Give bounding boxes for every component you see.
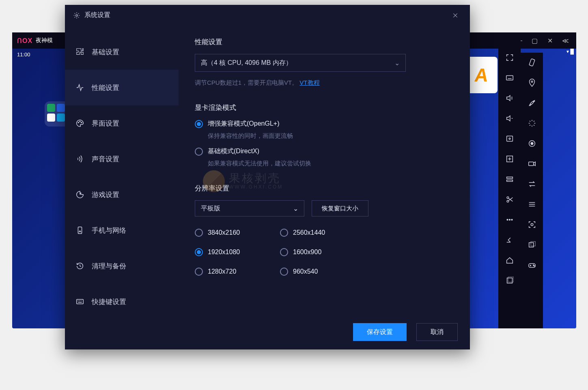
res-1600-radio[interactable] [280,248,288,256]
svg-rect-29 [78,227,82,234]
activity-icon [75,83,84,92]
restore-window-button[interactable]: 恢复窗口大小 [312,200,368,216]
close-window-icon[interactable]: ✕ [544,37,556,45]
clock-text: 11:00 [17,51,30,58]
sidebar-item-network[interactable]: 手机与网络 [65,212,179,248]
puzzle-icon [75,47,84,56]
svg-point-10 [511,219,513,221]
performance-heading: 性能设置 [195,37,454,47]
sidebar-item-cleanup[interactable]: 清理与备份 [65,248,179,284]
svg-point-2 [509,138,510,139]
svg-point-16 [531,142,533,145]
collapse-sidebar-icon[interactable]: ≪ [559,37,571,45]
location-icon[interactable] [527,78,537,88]
fullscreen-icon[interactable] [505,53,515,62]
svg-rect-13 [529,59,534,66]
nox-logo: ᑎOX [17,37,32,45]
sidebar-item-label: 性能设置 [92,83,119,92]
sidebar-item-label: 基础设置 [92,47,119,57]
sidebar-item-sound[interactable]: 声音设置 [65,141,179,177]
render-directx-radio[interactable] [195,148,203,156]
svg-point-14 [531,81,533,82]
vt-tutorial-link[interactable]: VT教程 [299,79,319,86]
res-1280-radio[interactable] [195,268,203,276]
res-3840-radio[interactable] [195,229,203,237]
sidebar-item-label: 快捷键设置 [92,297,126,306]
svg-rect-5 [506,180,513,182]
svg-point-25 [78,122,79,123]
res-1920-radio[interactable] [195,248,203,256]
render-directx-label: 基础模式(DirectX) [208,147,259,156]
res-option-label: 1280x720 [208,268,236,275]
recent-icon[interactable] [505,276,515,285]
swap-icon[interactable] [527,179,537,189]
settings-dialog: 系统设置 基础设置 性能设置 界面设置 声音设置 [65,5,470,349]
svg-point-18 [531,223,533,226]
sidebar-item-label: 清理与备份 [92,261,126,271]
settings-content: 性能设置 高（4 核 CPU, 4096 MB 内存） ⌄ 调节CPU数超过1，… [179,26,470,315]
sidebar-item-interface[interactable]: 界面设置 [65,105,179,141]
keyboard-shortcut-icon [75,297,84,306]
resolution-mode-select[interactable]: 平板版 ⌄ [195,200,304,216]
svg-rect-4 [506,177,513,179]
svg-rect-12 [508,277,513,282]
screenshot-icon[interactable] [505,134,515,144]
focus-icon[interactable] [527,220,537,229]
multi-window-icon[interactable] [527,240,537,250]
svg-point-26 [80,121,80,122]
svg-point-8 [507,219,508,221]
back-icon[interactable] [505,235,515,245]
gamepad-icon[interactable] [527,260,537,270]
res-option-label: 1920x1080 [208,249,240,256]
scissors-icon[interactable] [505,195,515,204]
history-icon [75,261,84,270]
sidebar-item-label: 游戏设置 [92,190,119,199]
performance-preset-select[interactable]: 高（4 核 CPU, 4096 MB 内存） ⌄ [195,54,406,72]
record-icon[interactable] [527,139,537,148]
file-manager-icon[interactable] [505,174,515,184]
save-button[interactable]: 保存设置 [353,323,407,341]
vt-hint: 调节CPU数超过1，需要开启电脑VT。 VT教程 [195,79,454,87]
svg-rect-30 [77,300,84,304]
svg-rect-17 [528,162,533,165]
wifi-icon [75,226,84,235]
pacman-icon [75,190,84,199]
dialog-header: 系统设置 [65,5,470,26]
more-icon[interactable] [505,215,515,225]
svg-point-22 [533,265,534,266]
sidebar-item-label: 手机与网络 [92,226,126,235]
emulator-toolbar-secondary [521,53,543,328]
sidebar-item-label: 界面设置 [92,119,119,128]
home-icon[interactable] [505,255,515,265]
rotate-icon[interactable] [527,58,537,67]
volume-up-icon[interactable] [505,93,515,103]
sidebar-item-game[interactable]: 游戏设置 [65,177,179,212]
svg-point-6 [507,197,509,199]
sidebar-item-performance[interactable]: 性能设置 [65,70,179,105]
res-960-radio[interactable] [280,268,288,276]
loading-icon[interactable] [527,118,537,128]
video-record-icon[interactable] [527,159,537,169]
res-2560-radio[interactable] [280,229,288,237]
install-apk-icon[interactable] [505,154,515,164]
sidebar-item-label: 声音设置 [92,154,119,164]
rocket-icon[interactable] [527,98,537,108]
svg-point-27 [81,122,82,123]
settings-sidebar: 基础设置 性能设置 界面设置 声音设置 游戏设置 手机与网络 [65,26,179,315]
svg-point-28 [80,193,81,193]
render-opengl-radio[interactable] [195,120,203,128]
cancel-button[interactable]: 取消 [416,323,458,341]
svg-rect-1 [506,136,513,141]
volume-down-icon[interactable] [505,114,515,123]
maximize-icon[interactable]: ▢ [528,37,541,45]
sidebar-item-basic[interactable]: 基础设置 [65,34,179,70]
svg-rect-19 [529,243,533,247]
svg-point-23 [534,266,534,266]
sidebar-item-shortcuts[interactable]: 快捷键设置 [65,284,179,319]
keyboard-icon[interactable] [505,73,515,83]
render-opengl-label: 增强兼容模式(OpenGL+) [208,120,279,128]
close-dialog-button[interactable] [449,9,462,22]
preset-value: 高（4 核 CPU, 4096 MB 内存） [201,59,292,67]
menu-icon[interactable] [527,199,537,209]
resolution-heading: 分辨率设置 [195,184,454,193]
